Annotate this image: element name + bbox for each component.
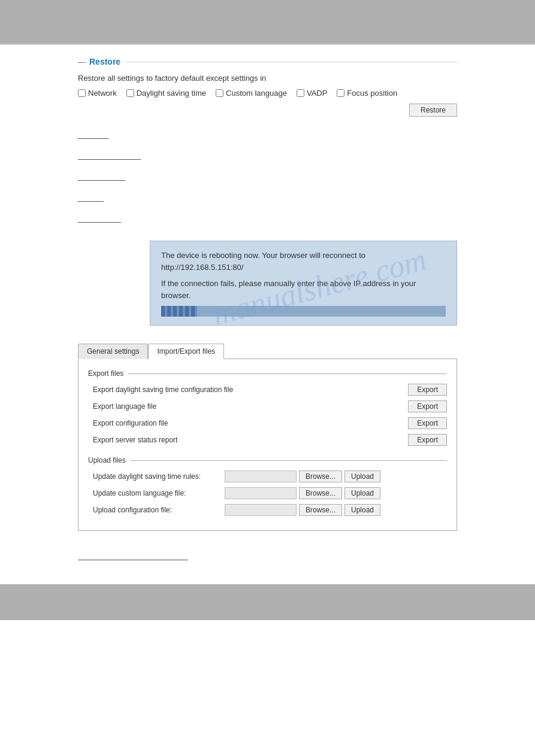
- browse-button-1[interactable]: Browse...: [299, 487, 342, 499]
- tab-import-export[interactable]: Import/Export files: [148, 344, 224, 359]
- upload-files-section: Upload files Update daylight saving time…: [88, 456, 447, 516]
- progress-bar: [161, 306, 197, 317]
- vadp-label: VADP: [307, 89, 327, 98]
- upload-button-1[interactable]: Upload: [344, 487, 380, 499]
- network-label: Network: [88, 89, 117, 98]
- upload-section-title: Upload files: [88, 456, 131, 464]
- export-row-3: Export server status report Export: [88, 434, 447, 446]
- checkbox-focus: Focus position: [337, 89, 397, 98]
- checkbox-row: Network Daylight saving time Custom lang…: [78, 89, 457, 98]
- export-button-1[interactable]: Export: [408, 400, 447, 412]
- nav-link-3: [78, 171, 125, 181]
- export-label-1: Export language file: [93, 402, 408, 411]
- export-button-0[interactable]: Export: [408, 384, 447, 396]
- nav-link-1: [78, 129, 108, 139]
- nav-link-item-3: [78, 171, 457, 181]
- progress-bar-container: [161, 306, 446, 317]
- upload-button-2[interactable]: Upload: [344, 504, 380, 516]
- export-subsection-header: Export files: [88, 369, 447, 378]
- nav-link-item-1: [78, 129, 457, 139]
- top-bar: [0, 0, 535, 45]
- restore-description: Restore all settings to factory default …: [78, 74, 457, 83]
- restore-button[interactable]: Restore: [409, 104, 457, 117]
- upload-row-1: Update custom language file: Browse... U…: [88, 487, 447, 499]
- section-divider: [125, 62, 457, 62]
- upload-row-0: Update daylight saving time rules: Brows…: [88, 470, 447, 482]
- export-button-3[interactable]: Export: [408, 434, 447, 446]
- export-button-2[interactable]: Export: [408, 417, 447, 429]
- upload-label-2: Upload configuration file:: [93, 506, 225, 514]
- checkbox-custom-lang: Custom language: [216, 89, 287, 98]
- upload-label-0: Update daylight saving time rules:: [93, 472, 225, 481]
- daylight-label: Daylight saving time: [137, 89, 206, 98]
- export-label-0: Export daylight saving time configuratio…: [93, 385, 408, 394]
- nav-link-item-2: [78, 150, 457, 160]
- upload-subsection-header: Upload files: [88, 456, 447, 464]
- restore-button-row: Restore: [78, 104, 457, 117]
- export-row-1: Export language file Export: [88, 400, 447, 412]
- nav-link-4: [78, 192, 104, 202]
- checkbox-network: Network: [78, 89, 117, 98]
- tab-general[interactable]: General settings: [78, 344, 148, 359]
- export-section-title: Export files: [88, 369, 128, 378]
- nav-link-2: [78, 150, 141, 160]
- upload-button-0[interactable]: Upload: [344, 470, 380, 482]
- checkbox-daylight: Daylight saving time: [126, 89, 206, 98]
- restore-section: — Restore Restore all settings to factor…: [78, 57, 457, 117]
- upload-row-2: Upload configuration file: Browse... Upl…: [88, 504, 447, 516]
- export-row-2: Export configuration file Export: [88, 417, 447, 429]
- daylight-checkbox[interactable]: [126, 89, 134, 97]
- nav-link-item-5: [78, 212, 457, 223]
- focus-checkbox[interactable]: [337, 89, 344, 97]
- vadp-checkbox[interactable]: [297, 89, 304, 97]
- bottom-link-container: [78, 541, 457, 560]
- bottom-link: [78, 550, 188, 560]
- reboot-line2: If the connection fails, please manually…: [161, 278, 446, 301]
- nav-links: [78, 129, 457, 223]
- upload-border: [88, 460, 447, 461]
- export-label-3: Export server status report: [93, 436, 408, 444]
- network-checkbox[interactable]: [78, 89, 86, 97]
- reboot-line1: The device is rebooting now. Your browse…: [161, 250, 446, 273]
- browse-button-2[interactable]: Browse...: [299, 504, 342, 516]
- export-files-section: Export files Export daylight saving time…: [88, 369, 447, 446]
- export-label-2: Export configuration file: [93, 419, 408, 427]
- upload-input-2: [225, 504, 297, 516]
- upload-label-1: Update custom language file:: [93, 489, 225, 497]
- export-border: [88, 374, 447, 374]
- custom-lang-label: Custom language: [226, 89, 287, 98]
- bottom-bar: [0, 584, 535, 620]
- checkbox-vadp: VADP: [297, 89, 327, 98]
- dash: —: [78, 57, 86, 66]
- upload-input-0: [225, 470, 297, 482]
- browse-button-0[interactable]: Browse...: [299, 470, 342, 482]
- custom-lang-checkbox[interactable]: [216, 89, 223, 97]
- tab-content: Export files Export daylight saving time…: [78, 359, 457, 531]
- restore-section-title: Restore: [89, 57, 120, 66]
- nav-link-item-4: [78, 192, 457, 202]
- upload-input-1: [225, 487, 297, 499]
- tab-bar: General settings Import/Export files: [78, 344, 457, 359]
- focus-label: Focus position: [347, 89, 397, 98]
- reboot-notice: The device is rebooting now. Your browse…: [150, 241, 457, 326]
- nav-link-5: [78, 212, 121, 223]
- section-header: — Restore: [78, 57, 457, 66]
- tabs-section: General settings Import/Export files Exp…: [78, 344, 457, 531]
- export-row-0: Export daylight saving time configuratio…: [88, 384, 447, 396]
